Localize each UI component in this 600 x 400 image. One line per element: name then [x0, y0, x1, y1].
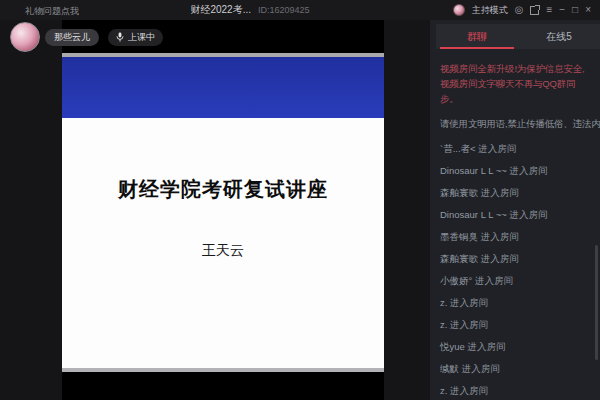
room-title-group: 财经2022考... ID:16209425	[160, 0, 340, 20]
live-classroom-window: 礼物问题点我 财经2022考... ID:16209425 主持模式 ◎ ≡ −…	[0, 0, 600, 400]
slide-body: 财经学院考研复试讲座 王天云	[62, 118, 384, 368]
room-id: ID:16209425	[258, 5, 310, 15]
chat-action: 进入房间	[481, 231, 519, 242]
chat-message: 缄默 进入房间	[440, 364, 590, 374]
slide-title: 财经学院考研复试讲座	[62, 176, 384, 203]
presentation-slide: 财经学院考研复试讲座 王天云	[62, 53, 384, 372]
chat-message: 森舶寰歌 进入房间	[440, 254, 590, 264]
chat-action: 进入房间	[450, 319, 488, 330]
tab-group-chat[interactable]: 群聊	[436, 24, 518, 49]
titlebar-controls: 主持模式 ◎ ≡ − □ ×	[453, 0, 591, 20]
chat-panel: 群聊 在线5 视频房间全新升级!为保护信息安全,视频房间文字聊天不再与QQ群同步…	[430, 20, 600, 400]
chat-tabs: 群聊 在线5	[436, 24, 600, 49]
slide-border-bottom	[62, 368, 384, 372]
presenter-name: 那些云儿	[45, 29, 99, 46]
minimize-button[interactable]: −	[559, 5, 565, 15]
chat-message: `昔...者< 进入房间	[440, 144, 590, 154]
screen-share-video[interactable]: 财经学院考研复试讲座 王天云	[62, 20, 384, 400]
settings-icon[interactable]: ◎	[515, 5, 524, 15]
window-titlebar: 礼物问题点我 财经2022考... ID:16209425 主持模式 ◎ ≡ −…	[0, 0, 600, 20]
chat-action: 进入房间	[450, 385, 488, 396]
chat-action: 进入房间	[510, 209, 548, 220]
menu-icon[interactable]: ≡	[546, 5, 552, 15]
room-title: 财经2022考...	[190, 3, 251, 17]
civility-notice: 请使用文明用语,禁止传播低俗、违法内容。	[440, 117, 590, 131]
chat-message: z. 进入房间	[440, 386, 590, 396]
chat-message: 小傲娇° 进入房间	[440, 276, 590, 286]
chat-user: 悦yue	[440, 341, 465, 352]
chat-message: Dinosaur L L ~~ 进入房间	[440, 210, 590, 220]
chat-action: 进入房间	[467, 341, 505, 352]
class-status-label: 上课中	[128, 31, 155, 44]
chat-action: 进入房间	[450, 297, 488, 308]
chat-user: `昔...者<	[440, 143, 476, 154]
popout-icon[interactable]	[530, 6, 539, 15]
chat-action: 进入房间	[475, 275, 513, 286]
class-status-badge: 上课中	[108, 29, 163, 46]
chat-user: Dinosaur L L ~~	[440, 209, 507, 220]
chat-user: z.	[440, 297, 447, 308]
video-stage: 财经学院考研复试讲座 王天云 那些云儿 上课中	[0, 20, 430, 400]
chat-user: 缄默	[440, 363, 459, 374]
chat-action: 进入房间	[462, 363, 500, 374]
presenter-avatar[interactable]	[10, 22, 40, 52]
chat-user: 墨香铜臭	[440, 231, 478, 242]
slide-speaker: 王天云	[62, 242, 384, 260]
chat-user: z.	[440, 319, 447, 330]
close-button[interactable]: ×	[585, 5, 591, 15]
user-avatar[interactable]	[453, 4, 465, 16]
chat-message: 悦yue 进入房间	[440, 342, 590, 352]
chat-scrollbar[interactable]	[595, 245, 598, 360]
chat-user: 森舶寰歌	[440, 187, 478, 198]
chat-user: 森舶寰歌	[440, 253, 478, 264]
microphone-icon	[116, 32, 124, 43]
chat-action: 进入房间	[481, 187, 519, 198]
tab-online-users[interactable]: 在线5	[518, 24, 600, 49]
chat-user: 小傲娇°	[440, 275, 472, 286]
chat-message: z. 进入房间	[440, 298, 590, 308]
chat-user: Dinosaur L L ~~	[440, 165, 507, 176]
chat-action: 进入房间	[478, 143, 516, 154]
chat-message: z. 进入房间	[440, 320, 590, 330]
chat-message: Dinosaur L L ~~ 进入房间	[440, 166, 590, 176]
maximize-button[interactable]: □	[572, 5, 578, 15]
chat-user: z.	[440, 385, 447, 396]
chat-message: 墨香铜臭 进入房间	[440, 232, 590, 242]
gift-help-link[interactable]: 礼物问题点我	[25, 5, 79, 18]
host-mode-button[interactable]: 主持模式	[472, 4, 508, 17]
chat-message: 森舶寰歌 进入房间	[440, 188, 590, 198]
slide-header-band	[62, 57, 384, 118]
chat-action: 进入房间	[481, 253, 519, 264]
chat-action: 进入房间	[510, 165, 548, 176]
presenter-overlay: 那些云儿 上课中	[10, 22, 163, 52]
room-announcement: 视频房间全新升级!为保护信息安全,视频房间文字聊天不再与QQ群同步。	[440, 61, 590, 107]
chat-message-list: `昔...者< 进入房间 Dinosaur L L ~~ 进入房间 森舶寰歌 进…	[440, 144, 590, 396]
